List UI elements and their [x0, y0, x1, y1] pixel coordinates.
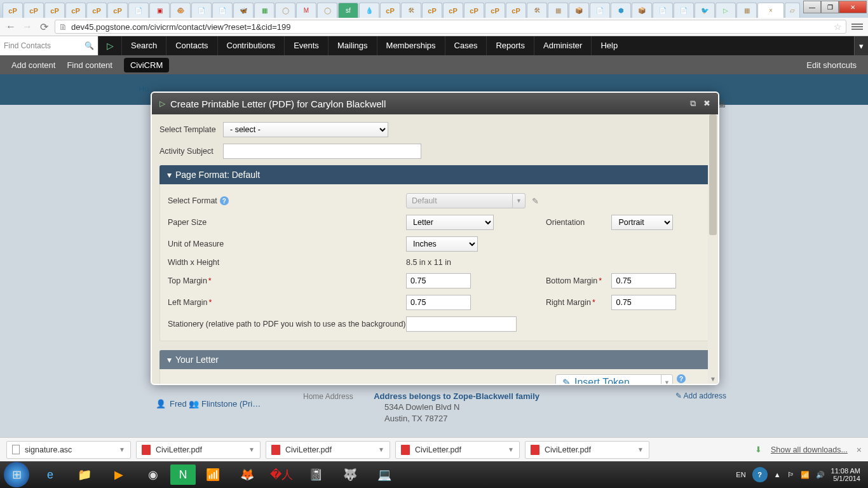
new-tab-button[interactable]: ▱: [785, 3, 800, 18]
browser-tab[interactable]: 📄: [674, 3, 694, 18]
browser-tab[interactable]: 📄: [191, 3, 212, 18]
chevron-down-icon[interactable]: ▼: [513, 193, 526, 208]
browser-tab[interactable]: 🛠: [401, 3, 421, 18]
chevron-down-icon[interactable]: ▼: [661, 375, 672, 384]
browser-tab[interactable]: 🦋: [233, 3, 254, 18]
browser-tab[interactable]: cP: [443, 3, 463, 18]
modal-popout-icon[interactable]: ⧉: [690, 98, 696, 109]
start-button[interactable]: ⊞: [4, 462, 29, 487]
back-button[interactable]: ←: [5, 21, 17, 32]
orientation-dropdown[interactable]: Portrait: [611, 215, 673, 230]
download-chip[interactable]: CiviLetter.pdf▼: [136, 441, 261, 459]
left-margin-input[interactable]: [406, 295, 471, 310]
modal-scrollbar[interactable]: ▼: [708, 114, 718, 384]
tray-flag-icon[interactable]: 🏳: [787, 471, 794, 478]
taskbar-gimp-icon[interactable]: 🐺: [333, 462, 367, 487]
taskbar-lang[interactable]: EN: [736, 471, 745, 478]
browser-tab[interactable]: cP: [485, 3, 505, 18]
url-input[interactable]: 🗎 dev45.pogstone.com/civicrm/contact/vie…: [55, 20, 846, 34]
your-letter-header[interactable]: ▾ Your Letter: [159, 350, 710, 369]
search-icon[interactable]: 🔍: [85, 41, 94, 50]
close-download-bar-button[interactable]: ×: [857, 445, 862, 455]
show-all-downloads-link[interactable]: Show all downloads...: [771, 445, 848, 454]
download-chip[interactable]: signature.asc▼: [6, 441, 131, 459]
browser-tab[interactable]: M: [296, 3, 316, 18]
right-margin-input[interactable]: [611, 295, 676, 310]
browser-tab[interactable]: 📄: [212, 3, 233, 18]
related-contact-card[interactable]: 👤 Fred 👥 Flintstone (Pri…: [156, 399, 261, 409]
tray-volume-icon[interactable]: 🔊: [816, 471, 825, 479]
nav-help[interactable]: Help: [591, 36, 627, 55]
taskbar-chrome-icon[interactable]: ◉: [136, 462, 170, 487]
add-address-link[interactable]: ✎ Add address: [675, 391, 726, 400]
window-maximize-button[interactable]: ❐: [821, 1, 839, 13]
close-icon[interactable]: ×: [769, 7, 773, 14]
download-chip[interactable]: CiviLetter.pdf▼: [266, 441, 390, 459]
chevron-down-icon[interactable]: ▼: [637, 446, 644, 453]
chevron-down-icon[interactable]: ▼: [119, 446, 125, 453]
window-close-button[interactable]: ✕: [839, 1, 867, 13]
taskbar-firefox-icon[interactable]: 🦊: [230, 462, 264, 487]
bottom-margin-input[interactable]: [611, 273, 676, 288]
browser-tab[interactable]: ▦: [548, 3, 568, 18]
scrollbar-thumb[interactable]: [709, 114, 717, 235]
browser-tab[interactable]: ▷: [715, 3, 736, 18]
taskbar-help-icon[interactable]: ?: [752, 467, 768, 482]
browser-tab[interactable]: 💧: [359, 3, 379, 18]
nav-memberships[interactable]: Memberships: [377, 36, 445, 55]
browser-menu-button[interactable]: [851, 24, 863, 30]
page-format-header[interactable]: ▾ Page Format: Default: [159, 165, 710, 184]
insert-token-dropdown[interactable]: ✎Insert Token ▼: [555, 374, 673, 384]
download-chip[interactable]: CiviLetter.pdf▼: [525, 441, 649, 459]
nav-search[interactable]: Search: [121, 36, 166, 55]
forward-button[interactable]: →: [22, 21, 33, 32]
browser-tab[interactable]: ▦: [736, 3, 757, 18]
tray-network-icon[interactable]: 📶: [801, 471, 810, 479]
browser-tab[interactable]: 📄: [590, 3, 610, 18]
nav-mailings[interactable]: Mailings: [328, 36, 377, 55]
browser-tab[interactable]: cP: [107, 3, 128, 18]
browser-tab[interactable]: cP: [464, 3, 484, 18]
nav-administer[interactable]: Administer: [534, 36, 591, 55]
browser-tab[interactable]: 🛠: [527, 3, 547, 18]
browser-tab[interactable]: 📦: [632, 3, 652, 18]
stationery-input[interactable]: [406, 316, 517, 332]
help-icon[interactable]: ?: [220, 196, 229, 205]
scroll-down-icon[interactable]: ▼: [708, 376, 718, 383]
taskbar-notepad-icon[interactable]: 📓: [299, 462, 333, 487]
taskbar-explorer-icon[interactable]: 📁: [67, 462, 102, 487]
browser-tab[interactable]: 📄: [128, 3, 149, 18]
edit-shortcuts-link[interactable]: Edit shortcuts: [806, 60, 857, 70]
top-margin-input[interactable]: [406, 273, 471, 288]
browser-tab[interactable]: cP: [422, 3, 442, 18]
browser-tab[interactable]: ▣: [149, 3, 170, 18]
bookmark-icon[interactable]: ☆: [834, 22, 842, 32]
browser-tab[interactable]: 🐦: [695, 3, 715, 18]
help-icon[interactable]: ?: [677, 374, 686, 383]
edit-format-icon[interactable]: ✎: [532, 196, 539, 206]
chevron-down-icon[interactable]: ▼: [508, 446, 514, 453]
taskbar-media-icon[interactable]: ▶: [102, 462, 136, 487]
browser-tab-active[interactable]: ×: [757, 3, 784, 18]
unit-dropdown[interactable]: Inches: [406, 236, 478, 252]
shortcut-civicrm[interactable]: CiviCRM: [124, 58, 169, 72]
taskbar-putty-icon[interactable]: 💻: [367, 462, 402, 487]
taskbar-clock[interactable]: 11:08 AM 5/1/2014: [831, 467, 860, 482]
taskbar-ie-icon[interactable]: e: [33, 462, 67, 487]
shortcut-find-content[interactable]: Find content: [67, 60, 112, 70]
nav-events[interactable]: Events: [284, 36, 328, 55]
shortcut-add-content[interactable]: Add content: [11, 60, 55, 70]
chevron-down-icon[interactable]: ▼: [378, 446, 384, 453]
breadcrumb-home[interactable]: Ho: [139, 84, 149, 93]
find-contacts-input[interactable]: Find Contacts 🔍: [0, 36, 98, 55]
browser-tab[interactable]: 🐵: [170, 3, 191, 18]
browser-tab[interactable]: 📄: [653, 3, 673, 18]
reload-button[interactable]: ⟳: [38, 21, 50, 32]
download-chip[interactable]: CiviLetter.pdf▼: [395, 441, 520, 459]
browser-tab[interactable]: cP: [65, 3, 86, 18]
paper-size-dropdown[interactable]: Letter: [406, 215, 494, 230]
browser-tab[interactable]: sf: [338, 3, 358, 18]
browser-tab[interactable]: cP: [3, 3, 23, 18]
nav-reports[interactable]: Reports: [486, 36, 534, 55]
civicrm-logo-icon[interactable]: ▷: [98, 41, 121, 51]
